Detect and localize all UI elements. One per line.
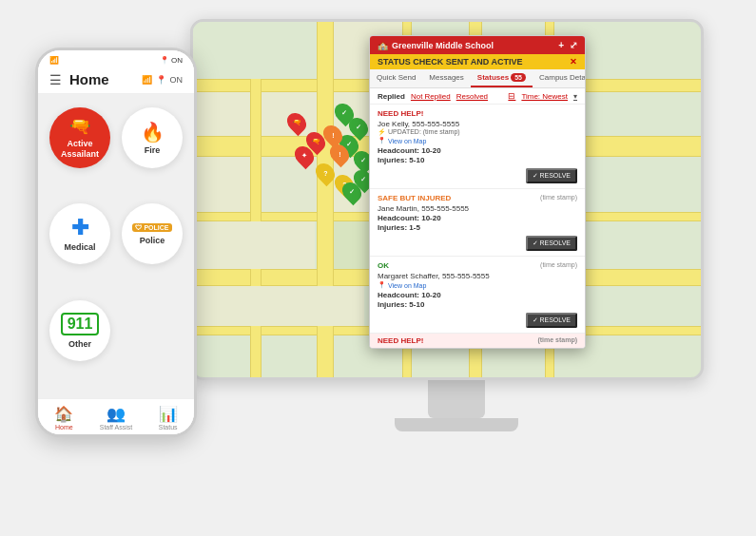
location-icon: 📍	[160, 56, 169, 65]
medical-icon: ✚	[71, 216, 88, 240]
filter-icon[interactable]: ⊟	[508, 91, 515, 101]
building-icon: 🏫	[378, 41, 388, 50]
tab-quick-send[interactable]: Quick Send	[370, 69, 422, 87]
card-3-resolve-button[interactable]: ✓ RESOLVE	[526, 313, 578, 328]
other-label: Other	[68, 339, 91, 349]
monitor-body: 🔫 🔫 ✦ ✓ ✓ ✓ ✓ ! ! ? ? ✓ ✓ 🏫	[190, 19, 704, 380]
staff-assist-nav-icon: 👥	[107, 405, 126, 423]
tab-statuses[interactable]: Statuses55	[471, 69, 533, 87]
wifi-icon: 📶	[49, 56, 59, 65]
phone-location-icon: 📍	[156, 75, 166, 85]
status-nav-icon: 📊	[159, 405, 178, 423]
card-1-resolve-button[interactable]: ✓ RESOLVE	[526, 168, 578, 183]
phone-title: Home	[69, 71, 134, 87]
map-pin-icon-3: 📍	[378, 281, 386, 289]
school-name: Greenville Middle School	[392, 41, 494, 50]
card-2-headcount: Headcount: 10-20	[378, 214, 577, 222]
card-2-header: SAFE BUT INJURED (time stamp)	[378, 194, 577, 202]
card-1-view-map[interactable]: 📍 View on Map	[378, 137, 577, 144]
card-2-status: SAFE BUT INJURED	[378, 194, 451, 202]
not-replied-filter[interactable]: Not Replied	[411, 92, 451, 101]
replied-filter[interactable]: Replied	[378, 92, 405, 101]
phone-status-bar: 📶 📍 ON	[38, 50, 194, 67]
menu-icon[interactable]: ☰	[49, 72, 62, 87]
popup-footer: NEED HELP! (time stamp)	[370, 334, 585, 348]
home-nav-icon: 🏠	[54, 405, 73, 423]
expand-icon[interactable]: ⤢	[570, 40, 577, 50]
phone-wifi-icon: 📶	[142, 75, 152, 85]
statuses-badge: 55	[511, 73, 526, 82]
status-card-3: OK (time stamp) Margaret Schaffer, 555-5…	[370, 257, 585, 334]
assailant-icon: 🔫	[69, 116, 90, 137]
fire-icon: 🔥	[141, 121, 165, 144]
close-button[interactable]: ✕	[570, 57, 577, 67]
card-3-bottom: Headcount: 10-20 Injuries: 5-10 ✓ RESOLV…	[378, 290, 577, 328]
nav-status[interactable]: 📊 Status	[142, 403, 194, 432]
replied-bar: Replied Not Replied Resolved ⊟ Time: New…	[370, 88, 585, 105]
phone-grid: 🔫 ActiveAssailant 🔥 Fire ✚ Medical	[38, 94, 194, 398]
monitor-screen: 🔫 🔫 ✦ ✓ ✓ ✓ ✓ ! ! ? ? ✓ ✓ 🏫	[193, 22, 701, 377]
card-1-status: NEED HELP!	[378, 109, 423, 118]
card-3-time: (time stamp)	[540, 261, 577, 268]
chevron-down-icon[interactable]: ▾	[573, 92, 577, 101]
monitor-base	[395, 418, 518, 431]
time-filter[interactable]: Time: Newest	[521, 92, 568, 101]
status-nav-label: Status	[159, 424, 178, 431]
card-2-injuries: Injuries: 1-5	[378, 223, 577, 232]
footer-time: (time stamp)	[537, 336, 577, 345]
lightning-icon: ⚡	[378, 128, 386, 135]
card-2-bottom: Headcount: 10-20 Injuries: 1-5 ✓ RESOLVE	[378, 213, 577, 251]
medical-label: Medical	[64, 242, 95, 252]
card-3-view-map[interactable]: 📍 View on Map	[378, 281, 577, 289]
card-3-status: OK	[378, 261, 389, 270]
card-3-headcount: Headcount: 10-20	[378, 291, 577, 299]
card-1-injuries: Injuries: 5-10	[378, 156, 577, 164]
card-1-bottom: Headcount: 10-20 Injuries: 5-10 ✓ RESOLV…	[378, 145, 577, 183]
status-card-2: SAFE BUT INJURED (time stamp) Jane Marti…	[370, 189, 585, 257]
location-on-label: ON	[171, 56, 183, 65]
popup-tabs: Quick Send Messages Statuses55 Campus De…	[370, 69, 585, 88]
tab-messages[interactable]: Messages	[422, 69, 470, 87]
active-assailant-button[interactable]: 🔫 ActiveAssailant	[49, 107, 110, 168]
popup-panel: 🏫 Greenville Middle School + ⤢ STATUS CH…	[369, 35, 586, 349]
medical-button[interactable]: ✚ Medical	[49, 203, 110, 264]
scene: 🔫 🔫 ✦ ✓ ✓ ✓ ✓ ! ! ? ? ✓ ✓ 🏫	[0, 0, 756, 536]
phone-header-icons: 📶 📍 ON	[142, 75, 184, 85]
fire-button[interactable]: 🔥 Fire	[122, 107, 183, 168]
fire-label: Fire	[145, 145, 161, 155]
phone-body: 📶 📍 ON ☰ Home 📶 📍 ON	[35, 48, 197, 437]
card-1-name: Joe Kelly, 555-555-5555	[378, 120, 577, 128]
card-1-update: ⚡ UPDATED: (time stamp)	[378, 128, 577, 136]
card-2-resolve-button[interactable]: ✓ RESOLVE	[526, 236, 578, 251]
other-button[interactable]: 911 Other	[49, 300, 110, 361]
popup-header: 🏫 Greenville Middle School + ⤢	[370, 36, 585, 54]
card-3-name: Margaret Schaffer, 555-555-5555	[378, 272, 577, 280]
location-status: 📍 ON	[160, 56, 183, 65]
phone: 📶 📍 ON ☰ Home 📶 📍 ON	[27, 48, 205, 447]
card-2-time: (time stamp)	[540, 194, 577, 201]
staff-assist-nav-label: Staff Assist	[100, 424, 133, 431]
phone-screen: 📶 📍 ON ☰ Home 📶 📍 ON	[38, 50, 194, 434]
popup-header-title: 🏫 Greenville Middle School	[378, 41, 494, 50]
home-nav-label: Home	[55, 424, 73, 431]
status-banner: STATUS CHECK SENT AND ACTIVE ✕	[370, 54, 585, 69]
nav-staff-assist[interactable]: 👥 Staff Assist	[90, 403, 143, 432]
tab-campus-details[interactable]: Campus Details	[533, 69, 586, 87]
popup-header-icons: + ⤢	[558, 40, 577, 50]
card-2-name: Jane Martin, 555-555-5555	[378, 204, 577, 213]
resolved-filter[interactable]: Resolved	[456, 92, 488, 101]
nav-home[interactable]: 🏠 Home	[38, 403, 90, 432]
phone-nav: 🏠 Home 👥 Staff Assist 📊 Status	[38, 398, 194, 434]
plus-icon[interactable]: +	[558, 40, 564, 50]
monitor-stand	[428, 380, 485, 418]
police-button[interactable]: 🛡 POLICE Police	[122, 203, 183, 264]
status-card-1: NEED HELP! Joe Kelly, 555-555-5555 ⚡ UPD…	[370, 105, 585, 189]
card-1-headcount: Headcount: 10-20	[378, 146, 577, 155]
card-3-header: OK (time stamp)	[378, 261, 577, 270]
phone-location-label: ON	[170, 75, 184, 85]
shield-badge: 🛡 POLICE	[132, 223, 171, 232]
phone-header: ☰ Home 📶 📍 ON	[38, 67, 194, 94]
card-3-injuries: Injuries: 5-10	[378, 300, 577, 309]
map-pin-icon: 📍	[378, 137, 386, 144]
police-label: Police	[140, 236, 165, 245]
